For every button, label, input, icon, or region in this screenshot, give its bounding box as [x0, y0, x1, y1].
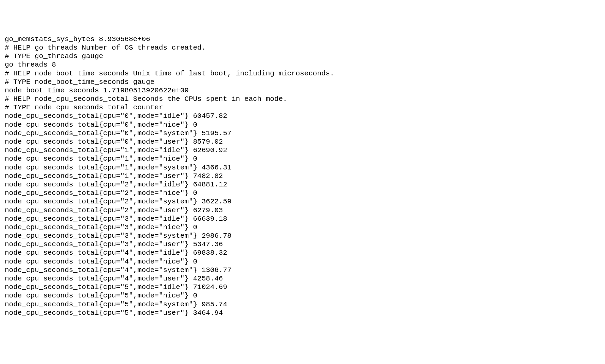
metric-line: node_boot_time_seconds 1.71980513920622e…	[5, 86, 600, 95]
metric-line: node_cpu_seconds_total{cpu="1",mode="idl…	[5, 146, 600, 154]
metric-line: node_cpu_seconds_total{cpu="3",mode="idl…	[5, 215, 600, 223]
metric-line: node_cpu_seconds_total{cpu="1",mode="use…	[5, 172, 600, 180]
metric-line: node_cpu_seconds_total{cpu="3",mode="nic…	[5, 223, 600, 232]
metric-line: node_cpu_seconds_total{cpu="0",mode="sys…	[5, 129, 600, 138]
metric-line: node_cpu_seconds_total{cpu="4",mode="idl…	[5, 249, 600, 257]
metric-line: # TYPE node_boot_time_seconds gauge	[5, 78, 600, 86]
metric-line: node_cpu_seconds_total{cpu="0",mode="nic…	[5, 121, 600, 129]
metric-line: node_cpu_seconds_total{cpu="4",mode="use…	[5, 274, 600, 283]
metric-line: node_cpu_seconds_total{cpu="1",mode="sys…	[5, 163, 600, 172]
metric-line: node_cpu_seconds_total{cpu="5",mode="idl…	[5, 283, 600, 291]
metric-line: # HELP node_boot_time_seconds Unix time …	[5, 69, 600, 78]
metric-line: # HELP go_threads Number of OS threads c…	[5, 43, 600, 52]
metric-line: node_cpu_seconds_total{cpu="2",mode="idl…	[5, 180, 600, 189]
metric-line: node_cpu_seconds_total{cpu="2",mode="sys…	[5, 197, 600, 206]
metric-line: go_threads 8	[5, 60, 600, 69]
metric-line: node_cpu_seconds_total{cpu="0",mode="idl…	[5, 112, 600, 120]
metric-line: node_cpu_seconds_total{cpu="5",mode="sys…	[5, 300, 600, 309]
metric-line: node_cpu_seconds_total{cpu="4",mode="nic…	[5, 257, 600, 266]
metric-line: node_cpu_seconds_total{cpu="3",mode="use…	[5, 240, 600, 249]
metric-line: node_cpu_seconds_total{cpu="4",mode="sys…	[5, 266, 600, 274]
metric-line: # TYPE go_threads gauge	[5, 52, 600, 60]
metric-line: node_cpu_seconds_total{cpu="2",mode="nic…	[5, 189, 600, 197]
metric-line: go_memstats_sys_bytes 8.930568e+06	[5, 35, 600, 43]
metric-line: node_cpu_seconds_total{cpu="5",mode="use…	[5, 309, 600, 317]
metric-line: node_cpu_seconds_total{cpu="1",mode="nic…	[5, 154, 600, 163]
metrics-output: go_memstats_sys_bytes 8.930568e+06# HELP…	[5, 35, 600, 317]
metric-line: node_cpu_seconds_total{cpu="3",mode="sys…	[5, 232, 600, 240]
metric-line: node_cpu_seconds_total{cpu="5",mode="nic…	[5, 291, 600, 300]
metric-line: # HELP node_cpu_seconds_total Seconds th…	[5, 95, 600, 103]
metric-line: node_cpu_seconds_total{cpu="0",mode="use…	[5, 138, 600, 146]
metric-line: # TYPE node_cpu_seconds_total counter	[5, 103, 600, 112]
metric-line: node_cpu_seconds_total{cpu="2",mode="use…	[5, 206, 600, 215]
